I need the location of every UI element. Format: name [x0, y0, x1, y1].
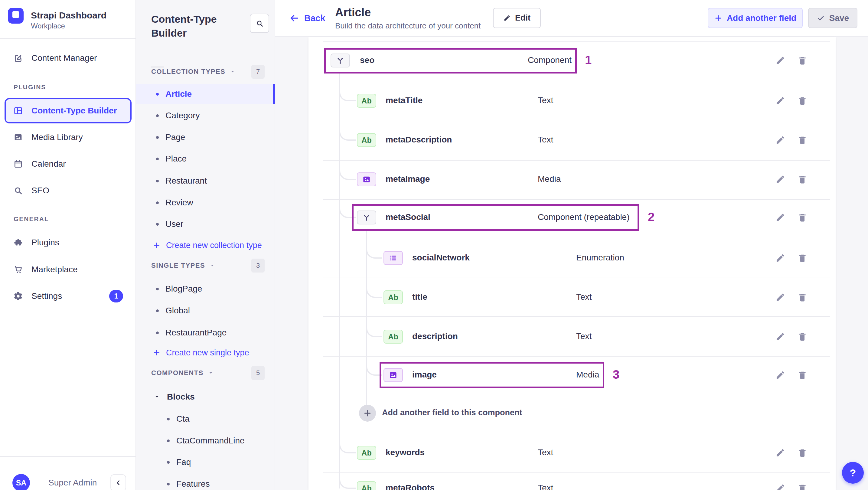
back-label: Back [304, 13, 325, 23]
field-type: Text [538, 96, 671, 106]
builder-item-article[interactable]: Article [156, 87, 271, 101]
row-separator [323, 199, 830, 200]
builder-item-restaurant[interactable]: Restaurant [156, 174, 271, 187]
sidebar-item-content-manager[interactable]: Content Manager [13, 52, 128, 65]
row-separator [323, 472, 830, 473]
pencil-icon [775, 448, 785, 458]
pencil-icon [775, 135, 785, 145]
field-type: Text [538, 448, 671, 458]
row-separator [323, 160, 830, 161]
edit-field-button[interactable] [774, 368, 787, 382]
add-field-to-component-button[interactable] [359, 405, 376, 422]
builder-item-restaurantpage[interactable]: RestaurantPage [156, 326, 271, 339]
field-type-media-icon [357, 173, 376, 186]
delete-field-button[interactable] [796, 173, 809, 186]
edit-button[interactable]: Edit [493, 8, 541, 28]
group-header-label: COMPONENTS [151, 369, 204, 377]
sidebar-item-content-type-builder[interactable]: Content-Type Builder [13, 104, 128, 117]
sidebar-item-calendar[interactable]: Calendar [13, 157, 128, 171]
bullet-icon [156, 332, 159, 334]
delete-field-button[interactable] [796, 368, 809, 382]
builder-item-label: Restaurant [165, 176, 207, 186]
back-button[interactable]: Back [289, 11, 329, 25]
back-arrow-icon [289, 13, 300, 23]
workspace-name: Strapi Dashboard [31, 10, 134, 21]
sidebar-divider [0, 38, 136, 39]
edit-field-button[interactable] [774, 482, 787, 490]
delete-field-button[interactable] [796, 211, 809, 224]
builder-item-label: CtaCommandLine [176, 436, 245, 446]
edit-field-button[interactable] [774, 54, 787, 67]
delete-field-button[interactable] [796, 291, 809, 304]
bullet-icon [167, 418, 170, 421]
sidebar-item-marketplace[interactable]: Marketplace [13, 263, 128, 276]
row-separator [323, 356, 830, 357]
save-button[interactable]: Save [808, 8, 858, 28]
builder-item-blocks[interactable]: Blocks [154, 390, 269, 403]
sidebar-item-seo[interactable]: SEO [13, 184, 128, 197]
annotation-number-2: 2 [648, 210, 666, 225]
pencil-icon [775, 212, 785, 223]
delete-field-button[interactable] [796, 54, 809, 67]
sidebar-item-media-library[interactable]: Media Library [13, 131, 128, 144]
collapse-sidebar-button[interactable] [111, 474, 126, 490]
edit-field-button[interactable] [774, 211, 787, 224]
group-header-collection-types[interactable]: COLLECTION TYPES [151, 67, 242, 76]
selected-item-bar [273, 84, 275, 104]
delete-field-button[interactable] [796, 133, 809, 147]
sidebar-item-label: Content-Type Builder [31, 106, 117, 116]
chevron-left-icon [114, 479, 122, 487]
pencil-icon [775, 292, 785, 303]
edit-field-button[interactable] [774, 251, 787, 265]
edit-field-button[interactable] [774, 133, 787, 147]
add-field-to-component-label: Add another field to this component [382, 408, 594, 418]
field-type: Media [538, 174, 671, 184]
builder-search-button[interactable] [250, 13, 269, 33]
sidebar-item-plugins[interactable]: Plugins [13, 236, 128, 249]
builder-item-ctacommandline[interactable]: CtaCommandLine [167, 434, 270, 447]
annotation-box-1 [324, 48, 577, 73]
builder-item-blogpage[interactable]: BlogPage [156, 282, 271, 296]
strapi-logo-icon [8, 8, 24, 24]
edit-field-button[interactable] [774, 446, 787, 459]
group-header-components[interactable]: COMPONENTS [151, 368, 242, 378]
builder-item-label: Article [165, 89, 192, 99]
add-another-field-button[interactable]: Add another field [708, 8, 803, 28]
row-separator [323, 121, 830, 121]
builder-item-review[interactable]: Review [156, 196, 271, 209]
delete-field-button[interactable] [796, 251, 809, 265]
builder-item-page[interactable]: Page [156, 131, 271, 144]
edit-field-button[interactable] [774, 94, 787, 108]
pencil-icon [775, 483, 785, 490]
group-header-single-types[interactable]: SINGLE TYPES [151, 261, 242, 270]
user-name: Super Admin [49, 478, 115, 488]
field-name: socialNetwork [412, 253, 542, 263]
field-name: description [412, 332, 542, 342]
edit-field-button[interactable] [774, 291, 787, 304]
bullet-icon [156, 93, 159, 96]
create-collection-type-link[interactable]: Create new collection type [153, 239, 274, 252]
field-type: Text [538, 483, 671, 490]
edit-field-button[interactable] [774, 330, 787, 343]
chevron-down-icon [229, 69, 236, 75]
field-type: Enumeration [576, 253, 709, 263]
builder-item-user[interactable]: User [156, 217, 271, 231]
delete-field-button[interactable] [796, 446, 809, 459]
tree-line [366, 232, 367, 405]
builder-item-place[interactable]: Place [156, 152, 271, 165]
section-label-general: GENERAL [13, 215, 104, 223]
builder-item-faq[interactable]: Faq [167, 456, 270, 469]
builder-item-cta[interactable]: Cta [167, 412, 270, 426]
field-type-text-icon: Ab [357, 481, 376, 490]
create-single-type-link[interactable]: Create new single type [153, 346, 274, 359]
builder-item-label: BlogPage [165, 284, 202, 294]
builder-item-category[interactable]: Category [156, 109, 271, 122]
delete-field-button[interactable] [796, 330, 809, 343]
delete-field-button[interactable] [796, 482, 809, 490]
edit-field-button[interactable] [774, 173, 787, 186]
help-button[interactable]: ? [842, 462, 864, 484]
builder-item-global[interactable]: Global [156, 304, 271, 317]
builder-item-features[interactable]: Features [167, 477, 270, 490]
delete-field-button[interactable] [796, 94, 809, 108]
field-type: Text [538, 135, 671, 145]
